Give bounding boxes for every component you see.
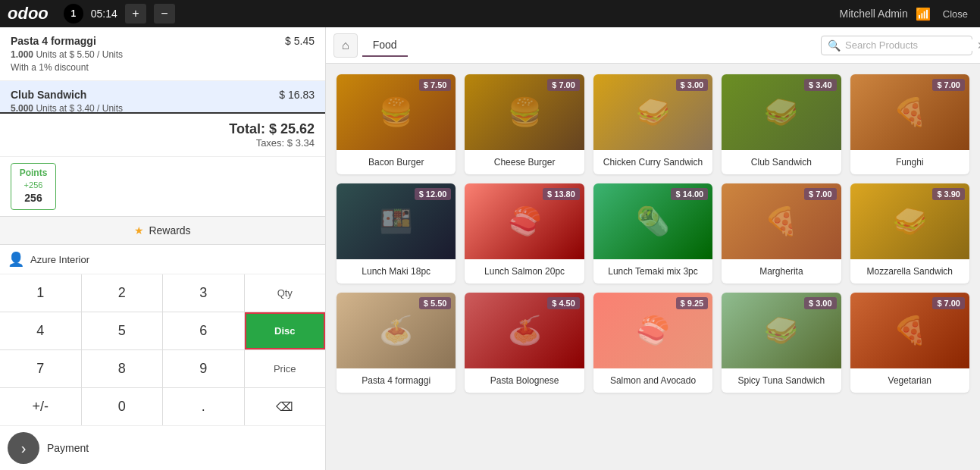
numpad-8[interactable]: 8	[82, 350, 163, 387]
session-time: 05:14	[91, 8, 117, 20]
numpad-4[interactable]: 4	[0, 312, 81, 349]
product-name: Mozzarella Sandwich	[850, 259, 969, 284]
product-name: Lunch Salmon 20pc	[465, 259, 584, 284]
search-clear-btn[interactable]: ✕	[977, 39, 980, 52]
product-card[interactable]: 🍕$ 7.00Funghi	[850, 74, 969, 174]
numpad-price[interactable]: Price	[245, 350, 326, 387]
order-item-name: Club Sandwich	[11, 89, 86, 101]
product-price-badge: $ 14.00	[671, 188, 708, 200]
product-card[interactable]: 🍔$ 7.00Cheese Burger	[465, 74, 584, 174]
numpad-disc[interactable]: Disc	[245, 312, 326, 349]
product-card[interactable]: 🥪$ 3.00Chicken Curry Sandwich	[593, 74, 712, 174]
product-card[interactable]: 🍣$ 13.80Lunch Salmon 20pc	[465, 183, 584, 284]
points-row: Points +256 256	[0, 156, 325, 216]
session-number-btn[interactable]: 1	[64, 4, 83, 24]
product-price-badge: $ 7.00	[932, 297, 965, 309]
product-name: Pasta Bolognese	[465, 368, 584, 393]
points-total: 256	[19, 191, 48, 206]
product-card[interactable]: 🍔$ 7.50Bacon Burger	[337, 74, 456, 174]
product-name: Funghi	[850, 150, 969, 174]
product-image: 🥪$ 3.40	[722, 74, 841, 150]
numpad-plusminus[interactable]: +/-	[0, 388, 81, 425]
product-image: 🌯$ 14.00	[593, 183, 712, 259]
product-image: 🍱$ 12.00	[337, 183, 456, 259]
numpad-6[interactable]: 6	[163, 312, 244, 349]
product-card[interactable]: 🍕$ 7.00Vegetarian	[850, 293, 969, 393]
product-name: Chicken Curry Sandwich	[593, 150, 712, 174]
product-name: Vegetarian	[850, 368, 969, 393]
product-name: Bacon Burger	[337, 150, 456, 174]
product-image: 🥪$ 3.00	[722, 293, 841, 368]
numpad-qty[interactable]: Qty	[245, 274, 326, 312]
numpad-2[interactable]: 2	[82, 274, 163, 312]
home-btn[interactable]: ⌂	[333, 33, 358, 58]
product-price-badge: $ 3.90	[932, 188, 965, 200]
product-image: 🍝$ 4.50	[465, 293, 584, 368]
search-box: 🔍 ✕	[821, 36, 972, 55]
numpad-7[interactable]: 7	[0, 350, 81, 387]
numpad-3[interactable]: 3	[163, 274, 244, 312]
product-card[interactable]: 🥪$ 3.00Spicy Tuna Sandwich	[722, 293, 841, 393]
product-price-badge: $ 3.00	[804, 297, 837, 309]
product-card[interactable]: 🌯$ 14.00Lunch Temaki mix 3pc	[593, 183, 712, 284]
order-item[interactable]: Pasta 4 formaggi $ 5.45 1.000 Units at $…	[0, 27, 325, 81]
numpad-area: 👤 Azure Interior 1 2 3 Qty 4 5 6 Disc 7 …	[0, 244, 325, 470]
close-btn[interactable]: Close	[938, 7, 972, 21]
product-image: 🥪$ 3.90	[850, 183, 969, 259]
product-price-badge: $ 9.25	[676, 297, 709, 309]
order-list: Pasta 4 formaggi $ 5.45 1.000 Units at $…	[0, 27, 325, 112]
product-name: Spicy Tuna Sandwich	[722, 368, 841, 393]
order-item-price: $ 16.83	[279, 89, 315, 101]
order-item-price: $ 5.45	[285, 35, 315, 47]
product-card[interactable]: 🍝$ 4.50Pasta Bolognese	[465, 293, 584, 393]
product-card[interactable]: 🍣$ 9.25Salmon and Avocado	[593, 293, 712, 393]
customer-icon: 👤	[8, 251, 24, 268]
product-name: Lunch Temaki mix 3pc	[593, 259, 712, 284]
payment-circle-btn[interactable]: ›	[8, 432, 39, 464]
total-line: Total: $ 25.62	[11, 121, 315, 137]
product-card[interactable]: 🍝$ 5.50Pasta 4 formaggi	[337, 293, 456, 393]
numpad-5[interactable]: 5	[82, 312, 163, 349]
product-card[interactable]: 🥪$ 3.90Mozzarella Sandwich	[850, 183, 969, 284]
user-name: Mitchell Admin	[839, 8, 907, 20]
rewards-btn[interactable]: ★ Rewards	[0, 216, 325, 244]
search-input[interactable]	[845, 39, 972, 51]
main-layout: Pasta 4 formaggi $ 5.45 1.000 Units at $…	[0, 27, 980, 470]
numpad-0[interactable]: 0	[82, 388, 163, 425]
payment-label[interactable]: Payment	[47, 442, 89, 454]
minimize-btn[interactable]: −	[154, 4, 175, 24]
products-grid: 🍔$ 7.50Bacon Burger🍔$ 7.00Cheese Burger🥪…	[337, 74, 969, 393]
numpad-1[interactable]: 1	[0, 274, 81, 312]
product-price-badge: $ 3.00	[676, 79, 709, 91]
numpad-dot[interactable]: .	[163, 388, 244, 425]
product-image: 🍔$ 7.50	[337, 74, 456, 150]
numpad-grid: 1 2 3 Qty 4 5 6 Disc 7 8 9 Price +/- 0 .…	[0, 274, 325, 425]
odoo-logo: odoo	[8, 4, 49, 24]
rewards-label: Rewards	[149, 224, 190, 237]
numpad-backspace[interactable]: ⌫	[245, 388, 326, 425]
product-price-badge: $ 4.50	[547, 297, 580, 309]
product-name: Cheese Burger	[465, 150, 584, 174]
product-card[interactable]: 🍕$ 7.00Margherita	[722, 183, 841, 284]
product-image: 🍣$ 9.25	[593, 293, 712, 368]
wifi-icon: 📶	[916, 7, 931, 21]
breadcrumb-food-tab[interactable]: Food	[362, 34, 408, 57]
numpad-9[interactable]: 9	[163, 350, 244, 387]
products-area: 🍔$ 7.50Bacon Burger🍔$ 7.00Cheese Burger🥪…	[326, 64, 980, 470]
payment-row: › Payment	[0, 425, 325, 470]
product-image: 🍕$ 7.00	[850, 293, 969, 368]
right-topbar: ⌂ Food 🔍 ✕	[326, 27, 980, 64]
product-price-badge: $ 7.00	[547, 79, 580, 91]
points-delta: +256	[19, 180, 48, 191]
product-price-badge: $ 12.00	[415, 188, 452, 200]
order-item-name: Pasta 4 formaggi	[11, 35, 96, 47]
product-price-badge: $ 5.50	[419, 297, 452, 309]
product-image: 🍣$ 13.80	[465, 183, 584, 259]
customer-row: 👤 Azure Interior	[0, 245, 325, 274]
product-price-badge: $ 7.00	[932, 79, 965, 91]
order-item[interactable]: Club Sandwich $ 16.83 5.000 Units at $ 3…	[0, 81, 325, 112]
points-label: Points	[19, 167, 48, 180]
product-card[interactable]: 🍱$ 12.00Lunch Maki 18pc	[337, 183, 456, 284]
product-card[interactable]: 🥪$ 3.40Club Sandwich	[722, 74, 841, 174]
add-order-btn[interactable]: +	[125, 4, 146, 24]
